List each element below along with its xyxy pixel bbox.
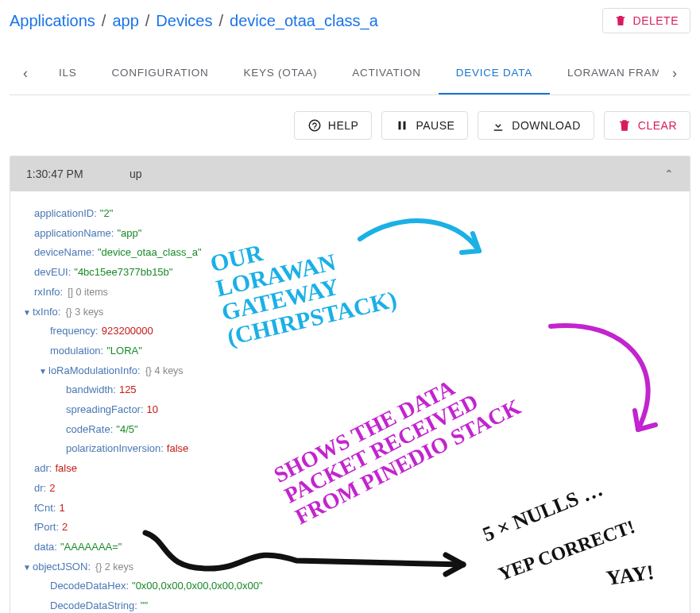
json-row-loramodulationinfo[interactable]: ▼loRaModulationInfo:{} 4 keys bbox=[34, 361, 682, 381]
json-row-data[interactable]: data:"AAAAAAA=" bbox=[34, 538, 682, 557]
breadcrumb-applications[interactable]: Applications bbox=[10, 12, 95, 30]
chevron-up-icon: ⌃ bbox=[664, 168, 674, 180]
download-button[interactable]: DOWNLOAD bbox=[478, 111, 594, 140]
json-row-coderate[interactable]: codeRate:"4/5" bbox=[34, 420, 682, 440]
tabs-scroll-right[interactable]: › bbox=[659, 65, 690, 82]
tab-lorawan-frames[interactable]: LORAWAN FRAMES bbox=[550, 52, 659, 94]
json-row-txinfo[interactable]: ▼txInfo:{} 3 keys bbox=[34, 303, 682, 322]
download-button-label: DOWNLOAD bbox=[512, 119, 580, 132]
help-button[interactable]: HELP bbox=[294, 111, 373, 140]
json-row-applicationname[interactable]: applicationName:"app" bbox=[34, 224, 682, 244]
event-accordion: 1:30:47 PM up ⌃ applicationID:"2" applic… bbox=[10, 156, 690, 613]
event-body: applicationID:"2" applicationName:"app" … bbox=[10, 191, 690, 613]
json-row-frequency[interactable]: frequency:923200000 bbox=[34, 322, 682, 341]
trash-icon bbox=[614, 14, 627, 27]
tab-activation[interactable]: ACTIVATION bbox=[335, 52, 439, 94]
json-row-modulation[interactable]: modulation:"LORA" bbox=[34, 341, 682, 361]
breadcrumb-device-name[interactable]: device_otaa_class_a bbox=[230, 12, 378, 30]
json-row-applicationid[interactable]: applicationID:"2" bbox=[34, 204, 682, 224]
pause-icon bbox=[395, 118, 409, 133]
tab-device-data[interactable]: DEVICE DATA bbox=[439, 52, 550, 94]
json-row-adr[interactable]: adr:false bbox=[34, 459, 682, 479]
json-row-decodedatastring[interactable]: DecodeDataString:"" bbox=[34, 596, 682, 613]
event-direction: up bbox=[130, 168, 664, 180]
trash-icon bbox=[617, 118, 632, 133]
breadcrumb-app[interactable]: app bbox=[112, 12, 138, 30]
json-row-deveui[interactable]: devEUI:"4bc15ee7377bb15b" bbox=[34, 263, 682, 283]
pause-button[interactable]: PAUSE bbox=[381, 111, 468, 140]
delete-button-label: DELETE bbox=[633, 14, 679, 27]
json-row-polarizationinversion[interactable]: polarizationInversion:false bbox=[34, 439, 682, 459]
caret-down-icon: ▼ bbox=[39, 364, 48, 379]
clear-button-label: CLEAR bbox=[638, 119, 677, 132]
help-button-label: HELP bbox=[328, 119, 359, 132]
json-row-dr[interactable]: dr:2 bbox=[34, 479, 682, 499]
help-icon bbox=[307, 118, 322, 133]
caret-down-icon: ▼ bbox=[23, 305, 33, 320]
caret-down-icon: ▼ bbox=[23, 560, 33, 575]
event-time: 1:30:47 PM bbox=[26, 168, 130, 180]
download-icon bbox=[491, 118, 505, 133]
event-header[interactable]: 1:30:47 PM up ⌃ bbox=[10, 156, 690, 191]
breadcrumb-devices[interactable]: Devices bbox=[156, 12, 212, 30]
action-bar: HELP PAUSE DOWNLOAD CLEAR bbox=[10, 111, 690, 140]
tabs-scroll-left[interactable]: ‹ bbox=[10, 65, 41, 82]
clear-button[interactable]: CLEAR bbox=[604, 111, 690, 140]
json-row-objectjson[interactable]: ▼objectJSON:{} 2 keys bbox=[34, 557, 682, 577]
breadcrumb: Applications / app / Devices / device_ot… bbox=[10, 12, 378, 30]
tab-ils[interactable]: ILS bbox=[41, 52, 95, 94]
pause-button-label: PAUSE bbox=[416, 119, 454, 132]
json-row-rxinfo[interactable]: rxInfo:[] 0 items bbox=[34, 283, 682, 303]
tab-keys-otaa[interactable]: KEYS (OTAA) bbox=[226, 52, 335, 94]
json-row-decodedatahex[interactable]: DecodeDataHex:"0x00,0x00,0x00,0x00,0x00" bbox=[34, 576, 682, 596]
json-row-devicename[interactable]: deviceName:"device_otaa_class_a" bbox=[34, 243, 682, 263]
json-tree: applicationID:"2" applicationName:"app" … bbox=[34, 204, 682, 613]
json-row-bandwidth[interactable]: bandwidth:125 bbox=[34, 380, 682, 400]
json-row-fcnt[interactable]: fCnt:1 bbox=[34, 499, 682, 519]
tabs: ‹ ILS CONFIGURATION KEYS (OTAA) ACTIVATI… bbox=[10, 52, 690, 95]
breadcrumb-sep: / bbox=[219, 12, 223, 30]
breadcrumb-sep: / bbox=[145, 12, 150, 30]
tab-configuration[interactable]: CONFIGURATION bbox=[95, 52, 226, 94]
breadcrumb-sep: / bbox=[102, 12, 106, 30]
delete-button[interactable]: DELETE bbox=[602, 8, 690, 33]
json-row-spreadingfactor[interactable]: spreadingFactor:10 bbox=[34, 400, 682, 420]
json-row-fport[interactable]: fPort:2 bbox=[34, 518, 682, 538]
